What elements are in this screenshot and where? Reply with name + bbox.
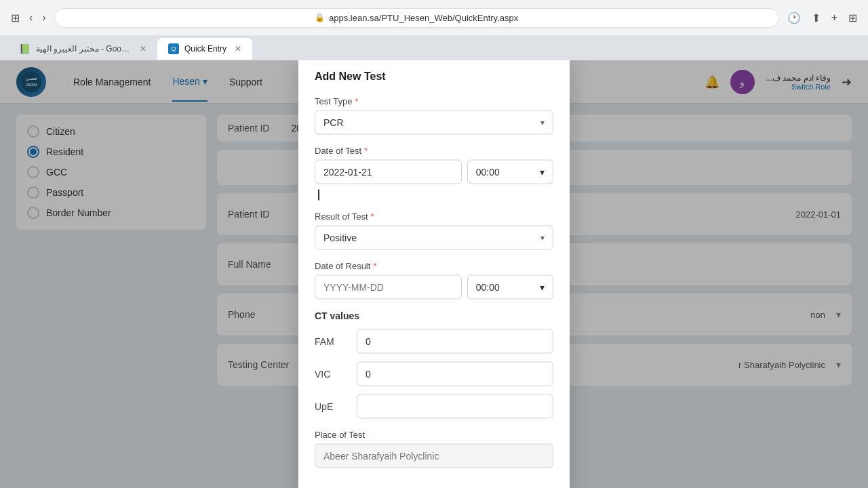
fam-label: FAM (315, 336, 349, 347)
date-of-result-time-wrapper: 00:00 ▾ (467, 275, 553, 300)
add-new-test-modal: Add New Test Test Type * PCR ▾ Date of T… (298, 60, 570, 488)
date-of-result-label: Date of Result * (315, 261, 553, 271)
place-of-test-label: Place of Test (315, 430, 553, 440)
date-of-test-inputs: 00:00 ▾ (315, 160, 553, 184)
date-of-result-time-value: 00:00 (476, 282, 500, 293)
date-of-test-required: * (364, 146, 368, 156)
date-of-test-time-select[interactable]: 00:00 ▾ (467, 160, 553, 184)
date-of-test-time-value: 00:00 (476, 167, 500, 178)
date-of-test-label: Date of Test * (315, 146, 553, 156)
test-type-required: * (355, 96, 358, 106)
fam-row: FAM (315, 329, 553, 354)
date-of-test-date-input[interactable] (315, 160, 462, 184)
result-of-test-chevron-icon: ▾ (540, 233, 545, 243)
close-quick-entry-tab[interactable]: ✕ (235, 44, 241, 54)
sheets-icon: 📗 (19, 43, 31, 54)
date-of-result-date-input[interactable] (315, 275, 462, 300)
browser-actions: 🕐 ⬆ + ⊞ (785, 9, 860, 27)
test-type-chevron-icon: ▾ (540, 118, 545, 127)
new-tab-btn[interactable]: + (829, 9, 840, 26)
vic-row: VIC (315, 362, 553, 386)
result-of-test-select-wrapper: Positive ▾ (315, 226, 553, 250)
sidebar-toggle-btn[interactable]: ⊞ (8, 9, 22, 27)
test-type-row: Test Type * PCR ▾ (315, 96, 553, 135)
text-cursor (318, 189, 319, 200)
date-of-result-row: Date of Result * 00:00 ▾ (315, 261, 553, 300)
test-type-value: PCR (323, 117, 344, 128)
upe-label: UpE (315, 401, 349, 412)
date-of-result-inputs: 00:00 ▾ (315, 275, 553, 300)
date-of-test-label-text: Date of Test (315, 146, 361, 156)
ct-values-title: CT values (315, 310, 553, 321)
back-btn[interactable]: ‹ (26, 9, 35, 26)
upe-row: UpE (315, 394, 553, 419)
quick-entry-tab-label: Quick Entry (184, 44, 226, 54)
vic-label: VIC (315, 369, 349, 380)
result-of-test-select[interactable]: Positive ▾ (315, 226, 553, 250)
date-of-result-label-text: Date of Result (315, 261, 370, 271)
browser-navigation: ⊞ ‹ › (8, 9, 49, 27)
date-of-test-time-chevron-icon: ▾ (540, 167, 545, 178)
url-text: apps.lean.sa/PTU_Hesen_Web/QuickEntry.as… (329, 13, 518, 23)
app-background: حصـن HESN Role Management Hesen ▾ Suppor… (0, 60, 868, 488)
test-type-select-wrapper: PCR ▾ (315, 110, 553, 135)
ct-values-section: CT values FAM VIC UpE (315, 310, 553, 419)
date-of-result-time-select[interactable]: 00:00 ▾ (467, 275, 553, 300)
place-of-test-row: Place of Test (315, 430, 553, 468)
extensions-btn[interactable]: ⊞ (846, 9, 860, 27)
tab-quick-entry[interactable]: Q Quick Entry ✕ (157, 38, 252, 60)
place-of-test-label-text: Place of Test (315, 430, 365, 440)
sheets-tab-label: مختبر الغييرو الهية - Google Sheets (36, 44, 132, 54)
tab-google-sheets[interactable]: 📗 مختبر الغييرو الهية - Google Sheets ✕ (8, 38, 157, 60)
date-of-test-time-wrapper: 00:00 ▾ (467, 160, 553, 184)
place-of-test-input[interactable] (315, 444, 553, 468)
test-type-label: Test Type * (315, 96, 553, 106)
share-btn[interactable]: ⬆ (809, 9, 823, 27)
result-of-test-required: * (371, 211, 374, 222)
lock-icon: 🔒 (315, 13, 325, 22)
cursor-area (315, 188, 553, 201)
history-btn[interactable]: 🕐 (785, 9, 804, 27)
test-type-select[interactable]: PCR ▾ (315, 110, 553, 135)
result-of-test-label-text: Result of Test (315, 211, 368, 222)
result-of-test-row: Result of Test * Positive ▾ (315, 211, 553, 250)
result-of-test-value: Positive (323, 232, 357, 243)
result-of-test-label: Result of Test * (315, 211, 553, 222)
date-of-result-time-chevron-icon: ▾ (540, 282, 545, 293)
close-sheets-tab[interactable]: ✕ (140, 44, 146, 54)
date-of-test-row: Date of Test * 00:00 ▾ (315, 146, 553, 201)
fam-input[interactable] (357, 329, 553, 354)
test-type-label-text: Test Type (315, 96, 352, 106)
date-of-result-required: * (373, 261, 376, 271)
browser-tabs: 📗 مختبر الغييرو الهية - Google Sheets ✕ … (0, 35, 868, 60)
forward-btn[interactable]: › (39, 9, 48, 26)
upe-input[interactable] (357, 394, 553, 419)
modal-title: Add New Test (315, 70, 553, 83)
quick-entry-tab-icon: Q (168, 43, 179, 54)
vic-input[interactable] (357, 362, 553, 386)
address-bar[interactable]: 🔒 apps.lean.sa/PTU_Hesen_Web/QuickEntry.… (54, 8, 779, 28)
